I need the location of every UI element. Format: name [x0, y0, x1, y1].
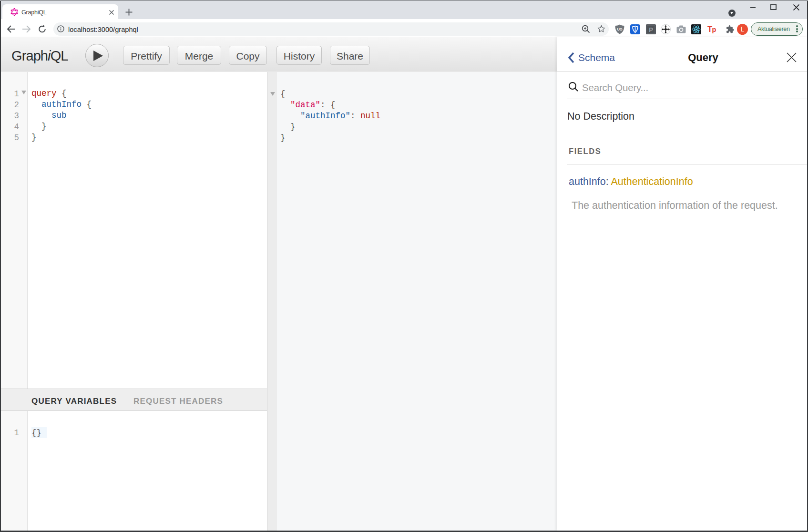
- svg-text:P: P: [649, 26, 653, 33]
- svg-text:UO: UO: [617, 27, 622, 31]
